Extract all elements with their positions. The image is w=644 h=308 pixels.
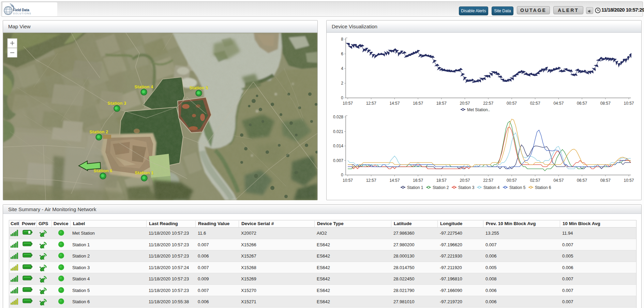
svg-text:02:57: 02:57 bbox=[530, 101, 540, 106]
svg-text:Station 3: Station 3 bbox=[108, 101, 126, 106]
svg-text:08:57: 08:57 bbox=[600, 101, 611, 106]
svg-text:10:57: 10:57 bbox=[624, 101, 634, 106]
svg-text:10:57: 10:57 bbox=[343, 178, 353, 183]
svg-text:2: 2 bbox=[341, 81, 343, 86]
svg-text:02:57: 02:57 bbox=[530, 178, 540, 183]
svg-text:22:57: 22:57 bbox=[483, 178, 493, 183]
svg-text:0: 0 bbox=[341, 96, 343, 100]
svg-text:04:57: 04:57 bbox=[553, 178, 564, 183]
svg-text:8: 8 bbox=[341, 37, 343, 42]
svg-text:00:57: 00:57 bbox=[507, 178, 517, 183]
svg-text:Station 5: Station 5 bbox=[509, 185, 526, 190]
svg-text:06:57: 06:57 bbox=[577, 101, 587, 106]
svg-text:Met Station..: Met Station.. bbox=[467, 107, 490, 112]
svg-text:16:57: 16:57 bbox=[413, 101, 423, 106]
svg-text:Station 2: Station 2 bbox=[433, 185, 449, 190]
svg-text:04:57: 04:57 bbox=[553, 101, 564, 106]
svg-text:SOLUTIONS: SOLUTIONS bbox=[13, 12, 32, 15]
svg-text:Station 6: Station 6 bbox=[94, 168, 113, 173]
svg-text:06:57: 06:57 bbox=[577, 178, 587, 183]
svg-text:14:57: 14:57 bbox=[389, 178, 400, 183]
svg-text:Field Data: Field Data bbox=[13, 8, 29, 12]
svg-text:18:57: 18:57 bbox=[436, 178, 447, 183]
svg-text:0.007: 0.007 bbox=[333, 158, 343, 163]
svg-text:Station 3: Station 3 bbox=[458, 185, 475, 190]
svg-text:0.028: 0.028 bbox=[333, 115, 343, 119]
svg-text:Station 1: Station 1 bbox=[135, 170, 154, 175]
svg-text:12:57: 12:57 bbox=[366, 101, 376, 106]
svg-text:0.021: 0.021 bbox=[333, 129, 343, 134]
svg-text:Station 4: Station 4 bbox=[483, 185, 500, 190]
svg-text:20:57: 20:57 bbox=[460, 101, 470, 106]
svg-text:16:57: 16:57 bbox=[413, 178, 423, 183]
svg-text:0.014: 0.014 bbox=[333, 144, 343, 148]
svg-text:10:57: 10:57 bbox=[343, 101, 353, 106]
svg-text:Station 4: Station 4 bbox=[135, 84, 154, 89]
svg-text:Station 5: Station 5 bbox=[190, 85, 208, 90]
svg-text:12:57: 12:57 bbox=[366, 178, 376, 183]
svg-text:00:57: 00:57 bbox=[507, 101, 517, 106]
svg-text:0: 0 bbox=[341, 173, 343, 177]
svg-text:18:57: 18:57 bbox=[436, 101, 447, 106]
svg-text:20:57: 20:57 bbox=[460, 178, 470, 183]
svg-text:Station 1: Station 1 bbox=[407, 185, 423, 190]
svg-text:14:57: 14:57 bbox=[389, 101, 400, 106]
svg-text:10:57: 10:57 bbox=[624, 178, 634, 183]
svg-text:08:57: 08:57 bbox=[600, 178, 611, 183]
svg-text:6: 6 bbox=[341, 52, 343, 56]
svg-text:Station 2: Station 2 bbox=[90, 129, 108, 134]
svg-text:22:57: 22:57 bbox=[483, 101, 493, 106]
svg-text:Station 6: Station 6 bbox=[535, 185, 551, 190]
svg-text:4: 4 bbox=[341, 66, 343, 71]
